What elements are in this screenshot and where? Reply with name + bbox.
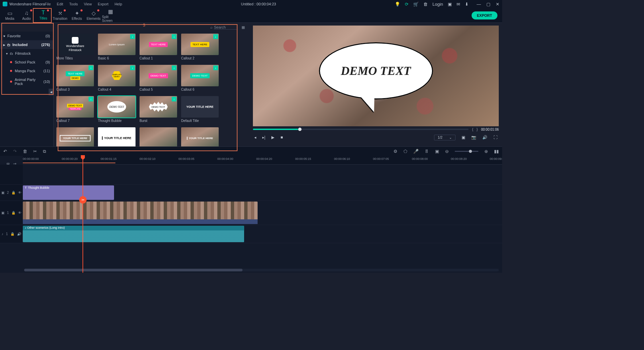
- menu-edit[interactable]: Edit: [57, 2, 63, 6]
- play-back-icon[interactable]: ▸|: [262, 135, 265, 140]
- zoom-slider[interactable]: [455, 151, 478, 152]
- clip-other-scenarios[interactable]: ♪ Other scenerios (Long intro): [23, 226, 244, 242]
- redo-icon[interactable]: ↷: [13, 149, 17, 154]
- clip-cherry-blossoms[interactable]: [23, 202, 258, 224]
- delete-icon[interactable]: 🗑: [23, 149, 27, 154]
- sidebar-filmstock[interactable]: ▾🗀Filmstock: [0, 49, 53, 58]
- app-logo-icon: [3, 2, 7, 6]
- grid-item-row4a[interactable]: YOUR TITLE HERE: [56, 127, 94, 146]
- grid-item-basic6[interactable]: ↓Lorem IpsumBasic 6: [98, 34, 136, 60]
- tab-titles[interactable]: TTitles: [35, 8, 52, 23]
- grid-item-callout6[interactable]: ↓DEMO TEXTCallout 6: [181, 65, 219, 91]
- grid-item-callout2[interactable]: ↓TEXT HERECallout 2: [181, 34, 219, 60]
- grid-item-callout5[interactable]: ↓DEMO TEXTCallout 5: [140, 65, 177, 91]
- eye-icon[interactable]: 👁: [18, 191, 21, 194]
- grid-item-callout7[interactable]: ↓DEMO TEXTTEMPLATECallout 7: [56, 96, 94, 123]
- export-button[interactable]: EXPORT: [472, 11, 497, 19]
- grid-item-callout3[interactable]: ↓TEXT HEREDEMOCallout 3: [56, 65, 94, 91]
- menu-tools[interactable]: Tools: [69, 2, 78, 6]
- save-icon[interactable]: ▣: [448, 2, 452, 7]
- chevron-down-icon: ⌄: [449, 136, 452, 139]
- sidebar-included[interactable]: ▸🗀Included(276): [0, 40, 53, 49]
- menu-view[interactable]: View: [84, 2, 92, 6]
- sidebar-collapse-icon[interactable]: ◀: [49, 89, 53, 95]
- download-badge-icon: ↓: [213, 65, 218, 70]
- login-button[interactable]: Login: [432, 2, 443, 7]
- grid-item-row4b[interactable]: YOUR TITLE HERE: [98, 127, 136, 146]
- volume-icon[interactable]: 🔊: [482, 135, 487, 140]
- sidebar-animal-party-pack[interactable]: Animal Party Pack(10): [0, 75, 53, 88]
- lock-icon[interactable]: 🔒: [11, 191, 15, 194]
- zoom-fit-icon[interactable]: ▮▮: [494, 149, 499, 154]
- download-badge-icon: ↓: [213, 34, 218, 39]
- refresh-icon[interactable]: ⟳: [405, 2, 409, 7]
- window-minimize-icon[interactable]: —: [477, 2, 481, 7]
- keyframe-icon[interactable]: ▣: [435, 149, 439, 154]
- sidebar-favorite[interactable]: ♥Favorite(0): [0, 32, 53, 40]
- track-title-2[interactable]: ▣2🔒👁 TThought Bubble: [0, 185, 502, 201]
- lock-icon[interactable]: 🔒: [11, 211, 15, 215]
- playhead-split-icon[interactable]: ✂: [79, 196, 87, 204]
- tab-elements[interactable]: ◇Elements: [85, 8, 102, 23]
- undo-icon[interactable]: ↶: [3, 149, 7, 154]
- tab-transition[interactable]: ⤲Transition: [52, 8, 68, 23]
- playhead[interactable]: ✂: [83, 156, 83, 273]
- marker-icon[interactable]: ⬠: [404, 149, 407, 154]
- trash-icon[interactable]: 🗑: [423, 2, 428, 7]
- fullscreen-icon[interactable]: ⛶: [493, 135, 497, 140]
- timeline-ruler[interactable]: 00:00:00:00 00:00:00:20 00:00:01:15 00:0…: [23, 156, 502, 165]
- sidebar-manga-pack[interactable]: Manga Pack(11): [0, 67, 53, 75]
- mute-icon[interactable]: 🔊: [17, 232, 21, 236]
- tab-effects[interactable]: ✦Effects: [68, 8, 85, 23]
- eye-icon[interactable]: 👁: [18, 211, 21, 215]
- grid-item-burst[interactable]: ↓DEMO TEXTBurst: [140, 96, 177, 123]
- preview-page-select[interactable]: 1/2⌄: [434, 135, 455, 140]
- heart-icon: ♥: [3, 34, 5, 38]
- safe-zone-icon[interactable]: ▣: [462, 135, 465, 140]
- grid-item-callout1[interactable]: ↓TEXT HERECallout 1: [140, 34, 177, 60]
- menu-export[interactable]: Export: [98, 2, 109, 6]
- zoom-in-icon[interactable]: ⊕: [484, 149, 488, 154]
- mixer-icon[interactable]: 🎚: [425, 149, 429, 154]
- download-icon[interactable]: ⬇: [465, 2, 469, 7]
- cart-icon[interactable]: 🛒: [413, 2, 419, 7]
- category-sidebar: ♥Favorite(0) ▸🗀Included(276) ▾🗀Filmstock…: [0, 32, 54, 146]
- grid-view-icon[interactable]: ▦: [241, 25, 245, 30]
- crop-icon[interactable]: ⧉: [43, 149, 46, 154]
- grid-item-row4d[interactable]: YOUR TITLE HERE: [181, 127, 219, 146]
- window-close-icon[interactable]: ✕: [496, 2, 499, 7]
- clip-thought-bubble[interactable]: TThought Bubble: [23, 185, 114, 200]
- render-icon[interactable]: ⚙: [393, 149, 397, 154]
- tips-icon[interactable]: 💡: [395, 2, 400, 7]
- tab-audio[interactable]: ♫Audio: [18, 8, 35, 23]
- play-icon[interactable]: ▶: [271, 135, 274, 140]
- grid-item-thought-bubble[interactable]: DEMO TEXTThought Bubble: [98, 96, 136, 123]
- grid-item-more-titles[interactable]: WondershareFilmstockMore Titles: [56, 34, 94, 60]
- zoom-out-icon[interactable]: ⊖: [445, 149, 449, 154]
- elements-icon: ◇: [92, 10, 96, 16]
- grid-item-default-title[interactable]: YOUR TITLE HEREDefault Title: [181, 96, 219, 123]
- prev-frame-icon[interactable]: ◂: [254, 135, 256, 140]
- track-video-1[interactable]: ▣1🔒👁: [0, 201, 502, 225]
- timeline-scrollbar[interactable]: [24, 269, 499, 271]
- tab-split-screen[interactable]: ▦Split Screen: [102, 8, 119, 23]
- bracket-out[interactable]: }: [477, 128, 478, 131]
- voiceover-icon[interactable]: 🎤: [413, 149, 419, 154]
- snapshot-icon[interactable]: 📷: [471, 135, 476, 140]
- preview-progress[interactable]: { } 00:00:01:06: [253, 126, 499, 132]
- lock-icon[interactable]: 🔒: [10, 232, 14, 236]
- preview-canvas[interactable]: DEMO TEXT: [253, 26, 499, 126]
- grid-item-callout4[interactable]: ↓TEMPLATE DEMOCallout 4: [98, 65, 136, 91]
- mail-icon[interactable]: ✉: [457, 2, 460, 7]
- sidebar-school-pack[interactable]: School Pack(9): [0, 58, 53, 67]
- bracket-in[interactable]: {: [472, 128, 473, 131]
- menu-file[interactable]: File: [45, 2, 51, 6]
- track-audio-1[interactable]: ♪1🔒🔊 ♪ Other scenerios (Long intro): [0, 225, 502, 243]
- search-input[interactable]: ⌕ Search: [210, 25, 237, 30]
- menu-help[interactable]: Help: [114, 2, 122, 6]
- window-maximize-icon[interactable]: ▢: [486, 2, 490, 7]
- stop-icon[interactable]: ■: [280, 135, 283, 140]
- split-icon[interactable]: ✂: [33, 149, 37, 154]
- grid-item-row4c[interactable]: [140, 127, 177, 146]
- tab-media[interactable]: ▭Media: [1, 8, 18, 23]
